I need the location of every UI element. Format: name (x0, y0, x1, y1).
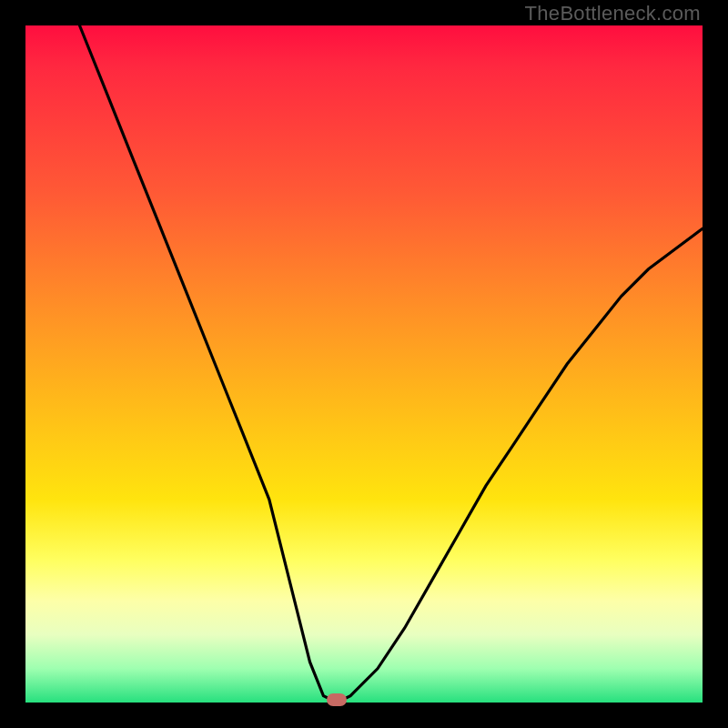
bottleneck-curve (25, 25, 703, 703)
gradient-plot-area (25, 25, 703, 703)
chart-frame: TheBottleneck.com (0, 0, 728, 728)
watermark-text: TheBottleneck.com (525, 2, 701, 25)
optimal-point-marker (327, 693, 347, 706)
curve-path (80, 25, 703, 703)
